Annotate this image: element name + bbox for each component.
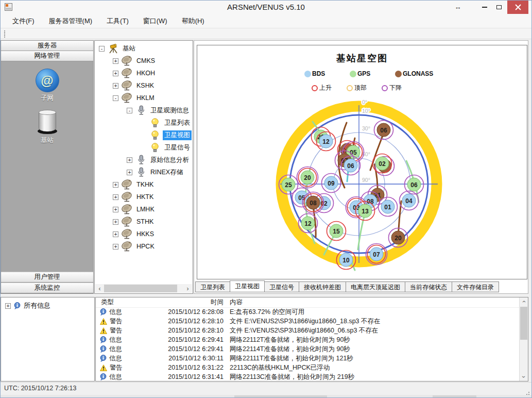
tree-item-HKTK[interactable]: +HKTK (96, 191, 192, 203)
tree-expander[interactable]: + (113, 58, 118, 64)
menu-item-3[interactable]: 窗口(W) (138, 14, 173, 28)
resize-arrows-icon[interactable]: ↔ (451, 0, 465, 14)
warning-icon (100, 327, 107, 334)
tree-item-卫星视图[interactable]: +卫星视图 (96, 129, 192, 141)
tree-item-HKOH[interactable]: +HKOH (96, 67, 192, 79)
tree-label: HPCK (135, 242, 156, 251)
svg-text:12: 12 (322, 138, 330, 145)
log-column-type[interactable]: 类型 (96, 298, 158, 307)
sidebar-item-subnet[interactable]: @ 子网 (1, 69, 93, 103)
tree-item-卫星信号[interactable]: +卫星信号 (96, 141, 192, 154)
log-row[interactable]: 警告2015/10/12 6:28:10文件 E:\VENUS2\SP3\186… (96, 326, 519, 335)
sidebar-section-users[interactable]: 用户管理 (1, 272, 93, 283)
scroll-down-icon[interactable]: › (520, 373, 528, 381)
log-column-time[interactable]: 时间 (158, 298, 224, 307)
tree-label: CMKS (135, 57, 157, 65)
menu-item-4[interactable]: 帮助(H) (177, 14, 210, 28)
tree-expander[interactable]: + (113, 244, 118, 250)
legend-item-上升: 上升 (312, 84, 332, 92)
log-row[interactable]: 警告2015/10/12 6:31:2222113C的基线HKLM_HPCK已浮… (96, 363, 519, 372)
tree-item-基站[interactable]: -基站 (96, 42, 192, 55)
log-time: 2015/10/12 6:29:41 (158, 336, 224, 343)
tree-expander[interactable]: - (127, 108, 132, 113)
svg-text:06: 06 (347, 162, 354, 170)
log-row[interactable]: 信息2015/10/12 6:29:41网络22112T准备就绪，初始化时间为 … (96, 335, 519, 344)
bulb-icon (149, 142, 161, 153)
scrollbar-thumb[interactable] (520, 307, 527, 340)
scroll-up-icon[interactable]: › (520, 297, 528, 306)
tree-item-TKHK[interactable]: +TKHK (96, 178, 192, 191)
minimize-button[interactable] (478, 0, 491, 14)
sidebar-section-monitor[interactable]: 系统监控 (1, 283, 93, 293)
tree-item-KSHK[interactable]: +KSHK (96, 79, 192, 92)
tree-item-all-messages[interactable]: + 所有信息 (5, 301, 50, 310)
tab-文件存储目录[interactable]: 文件存储目录 (452, 281, 499, 292)
scroll-right-icon[interactable]: › (183, 284, 192, 293)
menu-item-0[interactable]: 文件(F) (7, 14, 40, 28)
tree-expander[interactable]: + (113, 83, 118, 89)
tree-expander[interactable]: + (113, 194, 118, 200)
maximize-button[interactable] (492, 0, 506, 14)
log-vertical-scrollbar[interactable]: › › (519, 297, 528, 381)
tree-item-卫星观测信息[interactable]: -卫星观测信息 (96, 104, 192, 117)
tree-item-STHK[interactable]: +STHK (96, 215, 192, 228)
log-row[interactable]: 信息2015/10/12 6:28:08E:盘有63.72% 的空间可用 (96, 307, 519, 317)
log-column-content[interactable]: 内容 (224, 298, 519, 307)
log-row[interactable]: 警告2015/10/12 6:28:10文件 E:\VENUS2\SP3\186… (96, 317, 519, 326)
tree-expander[interactable]: + (127, 157, 132, 163)
tab-卫星视图[interactable]: 卫星视图 (230, 280, 265, 292)
close-button[interactable] (507, 0, 528, 14)
legend-item-GPS: GPS (350, 70, 370, 77)
gps-swatch-icon (350, 71, 356, 77)
tree-item-CMKS[interactable]: +CMKS (96, 55, 192, 67)
svg-text:20: 20 (394, 235, 402, 242)
scrollbar-thumb[interactable] (104, 285, 177, 292)
tree-expander[interactable]: - (113, 95, 118, 101)
tab-接收机钟差图[interactable]: 接收机钟差图 (299, 281, 346, 292)
legend-item-BDS: BDS (304, 70, 325, 77)
menu-item-2[interactable]: 工具(T) (101, 14, 134, 28)
dish-icon (121, 204, 133, 215)
tree-item-HKLM[interactable]: -HKLM (96, 92, 192, 104)
resize-grip[interactable] (528, 392, 529, 393)
dish-icon (121, 228, 133, 240)
glonass-swatch-icon (395, 71, 402, 77)
bulb-icon (149, 129, 161, 141)
tree-expander[interactable]: + (113, 231, 118, 237)
tree-expander[interactable]: + (113, 207, 118, 212)
all-messages-label: 所有信息 (24, 301, 50, 310)
log-table-header: 类型 时间 内容 (96, 297, 519, 308)
svg-text:12: 12 (304, 220, 312, 227)
tree-item-卫星列表[interactable]: +卫星列表 (96, 117, 192, 129)
scroll-left-icon[interactable]: ‹ (95, 284, 104, 293)
tree-item-原始信息分析[interactable]: +原始信息分析 (96, 154, 192, 166)
sidebar-item-station[interactable]: 基站 (1, 110, 93, 145)
tree-item-HPCK[interactable]: +HPCK (96, 240, 192, 253)
tree-horizontal-scrollbar[interactable]: ‹ › (95, 284, 192, 293)
tree-expander[interactable]: + (5, 303, 11, 309)
tree-item-RINEX存储[interactable]: +RINEX存储 (96, 166, 192, 178)
tree-expander[interactable]: + (113, 71, 118, 76)
tab-当前存储状态[interactable]: 当前存储状态 (405, 281, 452, 292)
log-row[interactable]: 信息2015/10/12 6:31:41网络22113C准备就绪，初始化时间为 … (96, 372, 519, 381)
sidebar-section-network[interactable]: 网络管理 (1, 51, 93, 61)
sidebar-section-server[interactable]: 服务器 (1, 41, 93, 51)
elevation-label: 30° (362, 125, 370, 131)
tree-expander[interactable]: + (113, 219, 118, 225)
log-row[interactable]: 信息2015/10/12 6:30:11网络22111T准备就绪，初始化时间为 … (96, 354, 519, 363)
log-row[interactable]: 信息2015/10/12 6:29:41网络22114T准备就绪，初始化时间为 … (96, 344, 519, 354)
tree-item-HKKS[interactable]: +HKKS (96, 228, 192, 240)
svg-text:01: 01 (384, 204, 391, 211)
log-time: 2015/10/12 6:28:10 (158, 327, 224, 334)
station-label: 基站 (1, 136, 93, 145)
tab-卫星信号[interactable]: 卫星信号 (264, 281, 299, 292)
menu-item-1[interactable]: 服务器管理(M) (44, 14, 98, 28)
tree-expander[interactable]: + (113, 182, 118, 188)
tree-label: 卫星列表 (163, 118, 192, 128)
tree-item-LMHK[interactable]: +LMHK (96, 203, 192, 215)
tab-电离层天顶延迟图[interactable]: 电离层天顶延迟图 (346, 281, 405, 292)
tree-expander[interactable]: - (99, 46, 105, 52)
tree-expander[interactable]: + (127, 170, 132, 175)
tab-卫星列表[interactable]: 卫星列表 (195, 281, 230, 292)
toolbar-grip[interactable] (4, 30, 5, 31)
